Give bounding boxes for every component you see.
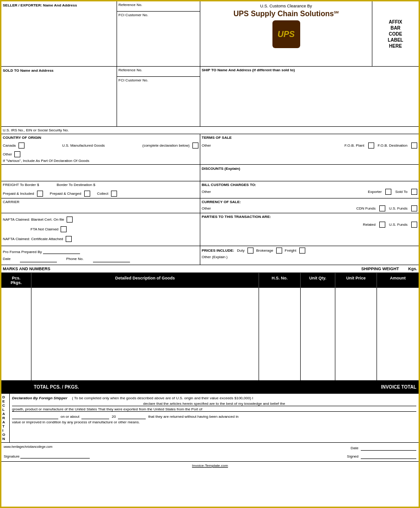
date-sig-label: Date	[351, 446, 358, 450]
ship-to-block: SHIP TO Name And Address (if different t…	[200, 67, 419, 126]
td-qty[interactable]	[301, 288, 335, 380]
canada-checkbox[interactable]	[19, 142, 25, 149]
related-label: Related	[363, 223, 376, 227]
canada-option: Canada	[3, 142, 25, 149]
td-amount[interactable]	[377, 288, 419, 380]
fta-checkbox[interactable]	[61, 226, 67, 232]
prices-include-block: PRICES INCLUDE: Duty Brokerage Freight O…	[200, 246, 419, 265]
brokerage-checkbox[interactable]	[276, 248, 282, 254]
barcode-label: AFFIXBARCODELABELHERE	[388, 19, 403, 49]
decl-place-field[interactable]	[81, 414, 109, 419]
th-pcs: Pcs.Pkgs.	[1, 273, 31, 288]
nafta-blanket: NAFTA Claimed: Blanket Cert. On file	[3, 217, 198, 223]
date-sig-field[interactable]	[361, 445, 416, 451]
freight-checkbox[interactable]	[299, 248, 305, 254]
discounts-left	[1, 165, 200, 181]
exporter-checkbox[interactable]	[385, 189, 391, 195]
us-manufactured-label: U.S. Manufactured Goods	[62, 143, 105, 148]
nafta-cert-checkbox[interactable]	[66, 236, 72, 242]
fci-customer-field[interactable]: FCI Customer No.	[117, 12, 200, 66]
other-country-checkbox[interactable]	[14, 151, 20, 157]
fob-dest-checkbox[interactable]	[411, 142, 417, 149]
proforma-block: Pro Forma Prepared By Date Phone No.	[1, 246, 200, 265]
nafta-cert-label: NAFTA Claimed: Certificate Attached	[3, 237, 63, 241]
decl-text2: declare that the articles herein specifi…	[12, 402, 416, 406]
brokerage-label: Brokerage	[256, 248, 273, 253]
fob-plant-checkbox[interactable]	[368, 142, 374, 149]
prices-label: PRICES INCLUDE:	[202, 248, 234, 253]
other-terms-label: Other	[202, 143, 341, 148]
footer-row: Invoice-Template.com	[1, 462, 419, 470]
sold-ref-no[interactable]: Reference No.	[117, 67, 200, 77]
sold-ref-label: Reference No.	[118, 68, 142, 72]
td-desc[interactable]	[31, 288, 259, 380]
parties-us-funds-checkbox[interactable]	[411, 222, 417, 228]
border-dest-label: Border To Destination $	[56, 183, 95, 187]
total-pcs-label: TOTAL PCS. / PKGS.	[31, 381, 335, 393]
sold-fci-label: FCI Customer No.	[118, 78, 148, 82]
ups-logo-text: UPS	[278, 30, 295, 39]
freight-label: FREIGHT To Border $	[3, 183, 39, 187]
proforma-field[interactable]	[43, 248, 80, 254]
decl-date-field[interactable]	[12, 414, 58, 419]
nafta-blanket-checkbox[interactable]	[67, 217, 73, 223]
exporter-label: Exporter	[368, 190, 382, 194]
date-label: Date	[3, 257, 11, 262]
currency-label: CURRENCY OF SALE:	[202, 200, 417, 204]
decl-text6: value or improved in condition by any pr…	[12, 420, 416, 424]
decl-year-field[interactable]	[118, 414, 146, 419]
ref-block: Reference No. FCI Customer No.	[117, 1, 200, 66]
prepaid-charged-checkbox[interactable]	[84, 191, 90, 197]
td-hs[interactable]	[259, 288, 301, 380]
sold-to-checkbox[interactable]	[411, 189, 417, 195]
sold-to-label: SOLD TO Name and Address	[3, 68, 54, 73]
table-header: Pcs.Pkgs. Detailed Description of Goods …	[1, 273, 419, 288]
invoice-template-link[interactable]: Invoice-Template.com	[192, 464, 228, 468]
td-pcs[interactable]	[1, 288, 31, 380]
bill-other-label: Other	[202, 190, 364, 194]
other-country-label: Other	[3, 152, 12, 156]
related-checkbox[interactable]	[379, 222, 385, 228]
cdn-funds-checkbox[interactable]	[379, 205, 385, 211]
ship-to-label: SHIP TO Name And Address (if different t…	[202, 68, 417, 72]
kgs-label: Kgs.	[408, 266, 417, 271]
collect-checkbox[interactable]	[111, 191, 117, 197]
decl-sidebar: D E C L A R A T I O N	[1, 394, 10, 442]
parties-block: PARTIES TO THIS TRANSACTION ARE: Related…	[200, 213, 419, 246]
terms-label: TERMS OF SALE	[202, 136, 417, 140]
ref-no-field[interactable]: Reference No.	[117, 1, 200, 12]
marks-row: MARKS AND NUMBERS SHIPPING WEIGHT Kgs.	[1, 265, 419, 273]
us-funds-label: U.S. Funds	[389, 206, 408, 211]
signed-label: Signed	[347, 454, 358, 458]
cdn-funds-label: CDN Funds	[356, 206, 376, 211]
prepaid-included-checkbox[interactable]	[37, 191, 43, 197]
td-price[interactable]	[335, 288, 377, 380]
nafta-cert: NAFTA Claimed: Certificate Attached	[3, 236, 198, 242]
carrier-block: CARRIER	[1, 198, 200, 213]
duty-checkbox[interactable]	[247, 248, 253, 254]
fta-label: FTA Not Claimed	[31, 227, 58, 231]
us-manufactured-checkbox[interactable]	[192, 142, 198, 149]
decl-content: Declaration By Foreign Shipper ( To be c…	[10, 394, 419, 442]
decl-text5: that they are returned without having be…	[148, 415, 238, 419]
th-price: Unit Price	[335, 273, 377, 288]
phone-field[interactable]	[93, 257, 130, 262]
date-field[interactable]	[20, 257, 57, 262]
bill-customs-label: BILL CUSTOMS CHARGES TO:	[202, 183, 417, 187]
freight-top: FREIGHT To Border $ Border To Destinatio…	[3, 183, 198, 187]
nafta-block: NAFTA Claimed: Blanket Cert. On file FTA…	[1, 213, 200, 246]
discounts-block: DISCOUNTS (Explain)	[200, 165, 419, 181]
fta-not-claimed: FTA Not Claimed	[3, 226, 198, 232]
collect-label: Collect	[97, 192, 108, 196]
table-body	[1, 288, 419, 381]
parties-label: PARTIES TO THIS TRANSACTION ARE:	[202, 215, 417, 219]
signature-field[interactable]	[20, 453, 90, 458]
ref-no-label: Reference No.	[118, 3, 142, 7]
various-text: If "Various", Include As Part Of Declara…	[3, 159, 198, 163]
discounts-label: DISCOUNTS (Explain)	[202, 167, 240, 171]
us-manufactured-option: (complete declaration below)	[142, 142, 198, 149]
sold-fci[interactable]: FCI Customer No.	[117, 77, 200, 126]
signed-field[interactable]	[361, 453, 416, 459]
us-funds-checkbox[interactable]	[411, 205, 417, 211]
sold-to-label2: Sold To	[395, 190, 408, 194]
